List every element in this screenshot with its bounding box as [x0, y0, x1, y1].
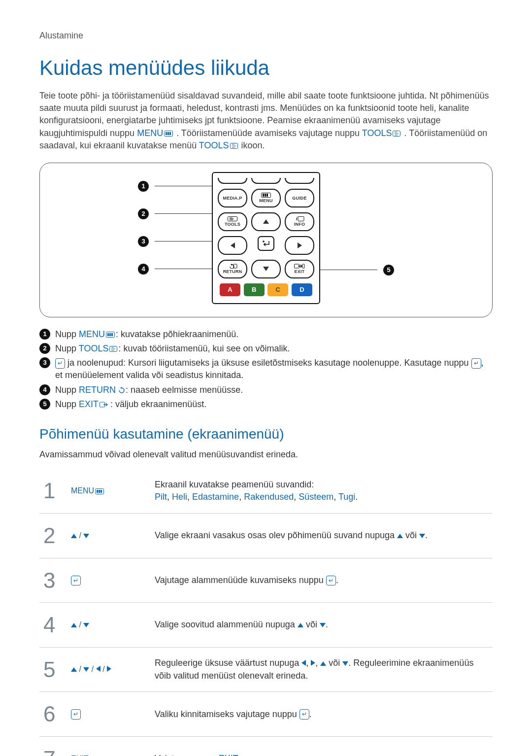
svg-rect-18: [107, 333, 109, 336]
step-number: 1: [39, 469, 67, 513]
arrow-up-icon: [71, 534, 77, 538]
arrow-down-button: [251, 260, 281, 278]
step-action: /: [67, 603, 151, 648]
step-row: 6 ↵ Valiku kinnitamiseks vajutage nuppu …: [39, 692, 493, 737]
step-description: Reguleerige üksuse väärtust nupuga , , v…: [151, 647, 493, 692]
step-description: Valige soovitud alammenüü nupuga või .: [151, 603, 493, 648]
callout-legend: 1 Nupp MENU: kuvatakse põhiekraanimenüü.…: [39, 328, 493, 411]
arrow-down-icon: [263, 267, 269, 271]
step-action: / / /: [67, 647, 151, 692]
enter-icon: [261, 240, 271, 247]
arrow-down-icon: [83, 667, 89, 672]
tools-icon: [109, 346, 117, 352]
step-row: 1 MENU Ekraanil kuvatakse peamenüü suvan…: [39, 469, 493, 513]
callout-2: 2: [138, 208, 149, 219]
arrow-down-icon: [83, 534, 89, 538]
callout-1: 1: [138, 181, 149, 192]
svg-rect-20: [111, 333, 113, 336]
svg-rect-24: [97, 490, 98, 493]
callout-3: 3: [138, 236, 149, 247]
tools-icon: [393, 131, 400, 137]
svg-rect-9: [266, 194, 268, 197]
breadcrumb: Alustamine: [39, 30, 493, 42]
info-icon: i: [295, 216, 304, 221]
arrow-down-icon: [342, 661, 348, 666]
page-title: Kuidas menüüdes liikuda: [39, 54, 493, 83]
arrow-up-icon: [298, 623, 303, 627]
arrow-up-icon: [71, 667, 77, 672]
tools-label-inline: TOOLS: [362, 128, 392, 138]
arrow-left-button: [218, 236, 247, 255]
svg-rect-25: [99, 490, 100, 493]
enter-icon: ↵: [55, 358, 65, 369]
tools-label-inline-2: TOOLS: [199, 140, 229, 150]
enter-icon: ↵: [71, 576, 81, 586]
enter-button: [258, 236, 274, 251]
svg-rect-19: [109, 333, 111, 336]
steps-table: 1 MENU Ekraanil kuvatakse peamenüü suvan…: [39, 469, 493, 756]
step-number: 3: [39, 558, 67, 603]
exit-icon: [294, 264, 305, 269]
remote-stub-button: [218, 178, 247, 184]
callout-4: 4: [138, 264, 149, 275]
step-row: 7 EXIT Vajutage nuppu EXIT.: [39, 736, 493, 756]
step-number: 5: [39, 647, 67, 692]
tools-icon: [228, 216, 237, 221]
step-number: 4: [39, 603, 67, 648]
step-description: Valiku kinnitamiseks vajutage nuppu ↵.: [151, 692, 493, 737]
section-description: Avamissammud võivad olenevalt valitud me…: [39, 448, 493, 461]
remote-stub-button: [251, 178, 281, 184]
svg-rect-11: [298, 216, 304, 221]
info-button: i INFO: [285, 212, 314, 231]
step-action: EXIT: [67, 736, 151, 756]
arrow-right-icon: [298, 242, 302, 248]
arrow-up-button: [251, 212, 281, 231]
arrow-right-icon: [311, 660, 315, 666]
tools-button: TOOLS: [218, 212, 247, 231]
return-icon: [228, 264, 237, 269]
menu-label-inline: MENU: [137, 128, 163, 138]
step-row: 5 / / / Reguleerige üksuse väärtust nupu…: [39, 647, 493, 692]
remote-diagram: 1 2 3 4 MEDIA.P MENU: [39, 163, 493, 317]
arrow-right-icon: [107, 666, 111, 672]
enter-icon: ↵: [299, 709, 309, 720]
intro-paragraph: Teie toote põhi- ja tööriistamenüüd sisa…: [39, 90, 493, 152]
step-number: 2: [39, 514, 67, 558]
step-row: 4 / Valige soovitud alammenüü nupuga või…: [39, 603, 493, 648]
step-action: /: [67, 514, 151, 558]
svg-rect-1: [166, 132, 167, 135]
svg-rect-3: [169, 132, 171, 135]
arrow-left-icon: [231, 242, 235, 248]
enter-icon: ↵: [326, 576, 336, 586]
svg-rect-8: [265, 194, 266, 197]
remote-stub-button: [285, 178, 314, 184]
return-button: RETURN: [218, 260, 247, 278]
color-a-button: A: [220, 283, 240, 296]
arrow-down-icon: [419, 534, 425, 538]
legend-item-5: 5 Nupp EXIT: väljub ekraanimenüüst.: [39, 398, 493, 411]
step-action: MENU: [67, 469, 151, 513]
intro-text-4: ikoon.: [241, 140, 265, 150]
tools-icon: [230, 143, 238, 149]
step-description: Vajutage alammenüüde kuvamiseks nuppu ↵.: [151, 558, 493, 603]
section-title: Põhimenüü kasutamine (ekraanimenüü): [39, 424, 493, 444]
menu-button: MENU: [251, 189, 281, 207]
menu-icon: [95, 488, 104, 494]
menu-icon: [261, 193, 271, 198]
enter-icon: ↵: [471, 358, 481, 369]
legend-item-1: 1 Nupp MENU: kuvatakse põhiekraanimenüü.: [39, 328, 493, 341]
arrow-up-icon: [71, 623, 77, 627]
arrow-left-icon: [301, 660, 306, 666]
color-d-button: D: [292, 283, 312, 296]
return-icon: [117, 387, 125, 394]
svg-rect-16: [302, 264, 304, 268]
remote-control: MEDIA.P MENU GUIDE TOOLS i INFO: [212, 172, 320, 304]
step-number: 7: [39, 736, 67, 756]
arrow-up-icon: [320, 661, 326, 666]
menu-icon: [106, 332, 115, 338]
color-b-button: B: [244, 283, 265, 296]
step-description: Vajutage nuppu EXIT.: [151, 736, 493, 756]
menu-icon: [164, 131, 173, 137]
svg-rect-7: [263, 194, 264, 197]
step-description: Ekraanil kuvatakse peamenüü suvandid: Pi…: [151, 469, 493, 513]
